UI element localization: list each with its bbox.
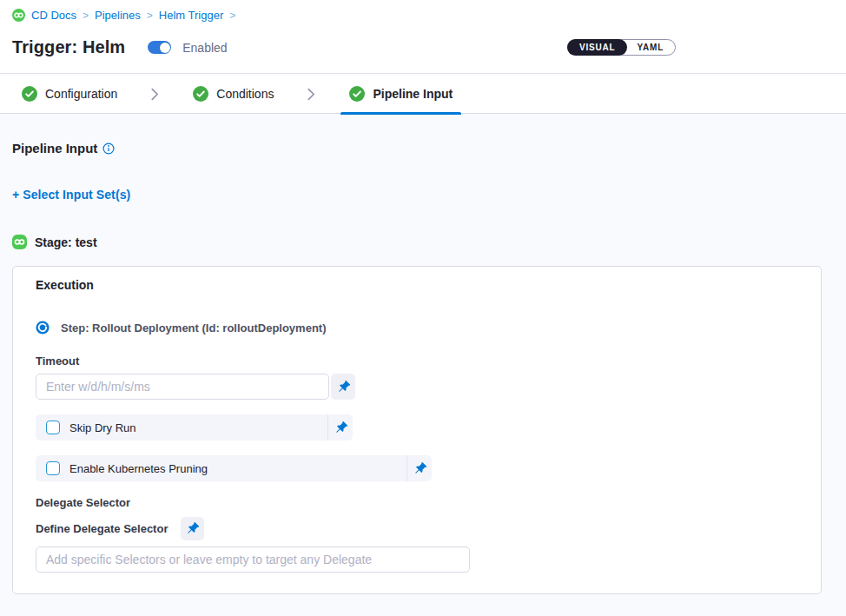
section-title: Pipeline Input <box>12 141 97 156</box>
check-circle-icon <box>22 86 37 102</box>
harness-stage-icon <box>12 235 27 249</box>
breadcrumb-separator: > <box>147 10 153 22</box>
breadcrumb-pipelines[interactable]: Pipelines <box>95 9 141 22</box>
tab-label: Conditions <box>216 87 274 101</box>
skip-dry-run-checkbox[interactable] <box>46 421 60 434</box>
check-circle-icon <box>349 86 365 102</box>
breadcrumb-separator: > <box>229 10 235 22</box>
visual-yaml-switch: VISUAL YAML <box>567 39 676 56</box>
pin-icon <box>410 459 428 477</box>
checkbox-label: Enable Kubernetes Pruning <box>69 462 208 475</box>
define-delegate-selector-label: Define Delegate Selector <box>36 522 168 535</box>
toggle-knob <box>160 43 170 53</box>
visual-mode-button[interactable]: VISUAL <box>567 39 627 56</box>
tab-pipeline-input[interactable]: Pipeline Input <box>340 75 461 114</box>
enabled-toggle[interactable] <box>148 41 171 54</box>
pin-icon <box>183 520 202 538</box>
select-input-sets-link[interactable]: + Select Input Set(s) <box>12 188 130 202</box>
execution-card: Execution Step: Rollout Deployment (Id: … <box>12 266 822 594</box>
execution-title: Execution <box>36 278 798 292</box>
delegate-selector-pin-button[interactable] <box>181 517 204 540</box>
breadcrumb-cd-docs[interactable]: CD Docs <box>31 9 76 22</box>
tab-configuration[interactable]: Configuration <box>13 75 126 114</box>
harness-cd-logo-icon <box>12 9 25 22</box>
info-circle-icon[interactable] <box>102 142 115 155</box>
kubernetes-pruning-checkbox[interactable] <box>46 461 60 475</box>
skip-dry-run-pin-button[interactable] <box>328 421 353 434</box>
pin-icon <box>334 377 352 395</box>
timeout-input[interactable] <box>36 374 329 400</box>
breadcrumb-separator: > <box>83 10 89 22</box>
tab-label: Pipeline Input <box>373 87 453 101</box>
page-header: CD Docs > Pipelines > Helm Trigger > Tri… <box>0 0 846 74</box>
kubernetes-pruning-row: Enable Kubernetes Pruning <box>36 455 432 481</box>
yaml-mode-button[interactable]: YAML <box>625 40 675 55</box>
skip-dry-run-row: Skip Dry Run <box>36 414 353 440</box>
stage-header[interactable]: Stage: test <box>12 235 834 249</box>
checkbox-label: Skip Dry Run <box>69 421 136 434</box>
delegate-selector-input[interactable] <box>36 546 470 573</box>
wizard-tabbar: Configuration Conditions Pipeline Input <box>0 75 846 114</box>
timeout-pin-button[interactable] <box>331 374 355 400</box>
step-label: Step: Rollout Deployment (Id: rolloutDep… <box>61 321 327 334</box>
check-circle-icon <box>193 86 208 102</box>
chevron-right-icon <box>149 88 161 101</box>
chevron-right-icon <box>306 88 317 101</box>
kubernetes-pruning-pin-button[interactable] <box>407 462 432 475</box>
rollout-step-icon <box>36 321 50 334</box>
tab-conditions[interactable]: Conditions <box>184 75 282 114</box>
page-title: Trigger: Helm <box>12 37 125 57</box>
enabled-toggle-label: Enabled <box>182 41 227 55</box>
breadcrumb-helm-trigger[interactable]: Helm Trigger <box>159 9 223 22</box>
timeout-label: Timeout <box>36 354 798 368</box>
stage-label: Stage: test <box>35 235 97 249</box>
tab-label: Configuration <box>45 87 117 101</box>
pin-icon <box>331 418 349 436</box>
delegate-selector-label: Delegate Selector <box>36 496 798 509</box>
step-header: Step: Rollout Deployment (Id: rolloutDep… <box>36 321 798 334</box>
breadcrumb: CD Docs > Pipelines > Helm Trigger > <box>12 9 235 22</box>
pipeline-input-panel: Pipeline Input + Select Input Set(s) Sta… <box>0 115 846 616</box>
